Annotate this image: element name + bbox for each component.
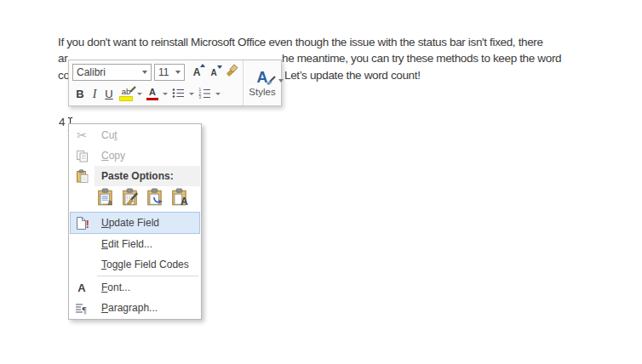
paste-merge-formatting-button[interactable] [119, 188, 141, 210]
toolbar-row-2: B I U ab A [69, 83, 243, 105]
font-color-swatch [146, 98, 158, 101]
italic-button[interactable]: I [88, 85, 101, 103]
paste-link-icon [146, 188, 164, 210]
shrink-font-icon: A [210, 68, 216, 77]
shrink-font-button[interactable]: A [206, 63, 221, 82]
chevron-down-icon [163, 93, 168, 95]
highlight-color-swatch [119, 96, 133, 101]
field-value: 4 [59, 116, 66, 128]
chevron-down-icon [278, 79, 284, 82]
toolbar-row-1: Calibri 11 A A [69, 60, 243, 83]
paragraph-line-2-left: ar [58, 50, 67, 66]
chevron-down-icon [215, 93, 221, 95]
update-field-icon: ! [69, 216, 95, 230]
font-name-combobox[interactable]: Calibri [72, 64, 152, 81]
format-painter-button[interactable] [223, 63, 242, 82]
svg-text:3: 3 [199, 95, 202, 99]
chevron-down-icon [137, 93, 142, 95]
cut-icon: ✂ [69, 128, 95, 142]
word-document-canvas: If you don't want to reinstall Microsoft… [0, 0, 642, 364]
highlight-icon: ab [119, 88, 133, 101]
menu-separator [97, 276, 198, 276]
menu-item-edit-field[interactable]: Edit Field... [69, 234, 201, 254]
font-color-dropdown[interactable] [161, 85, 169, 103]
paste-icon [69, 169, 95, 183]
styles-icon: A [257, 70, 268, 85]
font-color-icon: A [146, 88, 158, 101]
paste-options-row: a [69, 186, 201, 212]
numbering-dropdown[interactable] [214, 85, 222, 103]
svg-text:!: ! [85, 218, 89, 230]
font-size-combobox[interactable]: 11 [154, 64, 185, 81]
menu-item-font[interactable]: A Font... [69, 277, 201, 298]
font-icon: A [69, 282, 95, 294]
paragraph-line-2-right: he meantime, you can try these methods t… [282, 50, 561, 66]
chevron-down-icon [175, 71, 181, 74]
font-color-button[interactable]: A [144, 85, 161, 103]
paste-keep-source-formatting-button[interactable]: a [95, 188, 117, 210]
menu-item-paste-options: Paste Options: [69, 166, 201, 186]
keep-source-formatting-icon: a [96, 188, 115, 210]
copy-icon [69, 150, 95, 162]
format-painter-icon [226, 64, 239, 81]
font-size-value: 11 [158, 66, 169, 78]
bullet-list-icon [172, 87, 185, 102]
highlight-color-button[interactable]: ab [117, 85, 135, 103]
field-context-menu: ✂ Cut Copy P [68, 123, 202, 320]
chevron-down-icon [189, 93, 194, 95]
bullets-button[interactable] [169, 85, 187, 103]
font-name-value: Calibri [77, 66, 106, 78]
menu-item-update-field[interactable]: ! Update Field [69, 212, 201, 234]
styles-label: Styles [249, 87, 275, 97]
numbered-list-icon: 1 2 3 [198, 87, 211, 102]
svg-text:A: A [181, 196, 188, 207]
paste-keep-text-only-button[interactable]: A [169, 188, 191, 210]
merge-formatting-icon [121, 188, 140, 210]
chevron-down-icon [142, 71, 147, 74]
highlight-dropdown[interactable] [135, 85, 144, 103]
paragraph-line-1: If you don't want to reinstall Microsoft… [58, 34, 543, 50]
grow-font-button[interactable]: A [188, 63, 205, 82]
styles-button[interactable]: A Styles [243, 60, 281, 105]
mini-formatting-toolbar: Calibri 11 A A [68, 60, 282, 106]
paragraph-icon: ¶ [69, 302, 95, 315]
menu-item-cut: ✂ Cut [69, 125, 201, 145]
numbering-button[interactable]: 1 2 3 [196, 85, 214, 103]
underline-button[interactable]: U [101, 85, 117, 103]
grow-font-icon: A [193, 66, 201, 78]
paragraph-line-3-right: Let’s update the word count! [284, 67, 421, 83]
keep-text-only-icon: A [170, 188, 189, 210]
menu-item-paragraph[interactable]: ¶ Paragraph... [69, 298, 201, 318]
bullets-dropdown[interactable] [187, 85, 196, 103]
svg-text:a: a [107, 198, 112, 207]
menu-item-toggle-field-codes[interactable]: Toggle Field Codes [69, 254, 201, 275]
menu-item-copy: Copy [69, 145, 201, 166]
paste-link-button[interactable] [144, 188, 166, 210]
svg-text:¶: ¶ [83, 304, 87, 314]
bold-button[interactable]: B [72, 85, 88, 103]
